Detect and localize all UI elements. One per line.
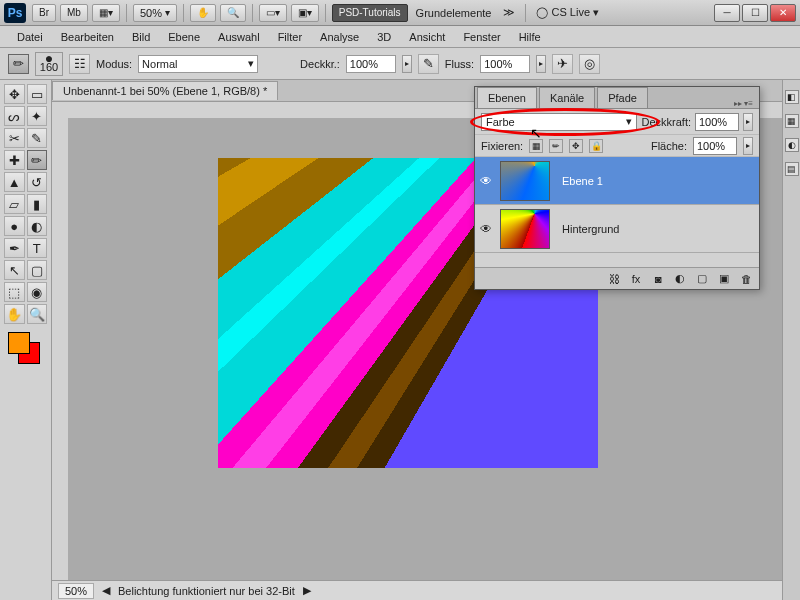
arrange-button[interactable]: ▭▾ xyxy=(259,4,287,22)
layout-button[interactable]: ▦▾ xyxy=(92,4,120,22)
layers-panel-footer: ⛓ fx ◙ ◐ ▢ ▣ 🗑 xyxy=(475,267,759,289)
layer-thumbnail[interactable] xyxy=(500,209,550,249)
lock-position-icon[interactable]: ✥ xyxy=(569,139,583,153)
blend-mode-dropdown[interactable]: Farbe▾ xyxy=(481,113,637,131)
delete-layer-icon[interactable]: 🗑 xyxy=(739,272,753,286)
visibility-icon[interactable]: 👁 xyxy=(478,173,494,189)
3d-camera-tool[interactable]: ◉ xyxy=(27,282,48,302)
workspace-label-2[interactable]: Grundelemente xyxy=(410,7,498,19)
new-layer-icon[interactable]: ▣ xyxy=(717,272,731,286)
pen-tool[interactable]: ✒ xyxy=(4,238,25,258)
layer-fill-input[interactable]: 100% xyxy=(693,137,737,155)
gradient-tool[interactable]: ▮ xyxy=(27,194,48,214)
menu-analyse[interactable]: Analyse xyxy=(311,28,368,46)
menu-fenster[interactable]: Fenster xyxy=(454,28,509,46)
pressure-size-icon[interactable]: ◎ xyxy=(579,54,600,74)
layer-row[interactable]: 👁 Hintergrund xyxy=(475,205,759,253)
hand-tool[interactable]: ✋ xyxy=(4,304,25,324)
adjustment-layer-icon[interactable]: ◐ xyxy=(673,272,687,286)
stamp-tool[interactable]: ▲ xyxy=(4,172,25,192)
bridge-button[interactable]: Br xyxy=(32,4,56,22)
layers-panel: Ebenen Kanäle Pfade ▸▸ ▾≡ Farbe▾ Deckkra… xyxy=(474,86,760,290)
history-brush-tool[interactable]: ↺ xyxy=(27,172,48,192)
layer-mask-icon[interactable]: ◙ xyxy=(651,272,665,286)
status-zoom[interactable]: 50% xyxy=(58,583,94,599)
minibridge-button[interactable]: Mb xyxy=(60,4,88,22)
menu-bild[interactable]: Bild xyxy=(123,28,159,46)
adjustments-panel-icon[interactable]: ◐ xyxy=(785,138,799,152)
cslive-button[interactable]: ◯ CS Live ▾ xyxy=(530,6,605,19)
layer-opacity-input[interactable]: 100% xyxy=(695,113,739,131)
brush-preset[interactable]: ●160 xyxy=(35,52,63,76)
app-logo: Ps xyxy=(4,3,26,23)
3d-tool[interactable]: ⬚ xyxy=(4,282,25,302)
layer-row[interactable]: 👁 Ebene 1 xyxy=(475,157,759,205)
opacity-input[interactable]: 100% xyxy=(346,55,396,73)
zoom-select[interactable]: 50% ▾ xyxy=(133,4,177,22)
workspace-button-1[interactable]: PSD-Tutorials xyxy=(332,4,408,22)
foreground-color[interactable] xyxy=(8,332,30,354)
lasso-tool[interactable]: ᔕ xyxy=(4,106,25,126)
menu-bearbeiten[interactable]: Bearbeiten xyxy=(52,28,123,46)
blend-mode-select[interactable]: Normal▾ xyxy=(138,55,258,73)
document-tab[interactable]: Unbenannt-1 bei 50% (Ebene 1, RGB/8) * xyxy=(52,81,278,100)
menu-filter[interactable]: Filter xyxy=(269,28,311,46)
link-layers-icon[interactable]: ⛓ xyxy=(607,272,621,286)
menu-3d[interactable]: 3D xyxy=(368,28,400,46)
heal-tool[interactable]: ✚ xyxy=(4,150,25,170)
swatches-panel-icon[interactable]: ▦ xyxy=(785,114,799,128)
zoom-button[interactable]: 🔍 xyxy=(220,4,246,22)
layer-name[interactable]: Ebene 1 xyxy=(556,175,756,187)
eraser-tool[interactable]: ▱ xyxy=(4,194,25,214)
menu-hilfe[interactable]: Hilfe xyxy=(510,28,550,46)
screen-mode-button[interactable]: ▣▾ xyxy=(291,4,319,22)
opacity-slider[interactable]: ▸ xyxy=(402,55,412,73)
tab-ebenen[interactable]: Ebenen xyxy=(477,87,537,108)
hand-button[interactable]: ✋ xyxy=(190,4,216,22)
lock-transparent-icon[interactable]: ▦ xyxy=(529,139,543,153)
visibility-icon[interactable]: 👁 xyxy=(478,221,494,237)
current-tool-icon[interactable]: ✏ xyxy=(8,54,29,74)
layer-thumbnail[interactable] xyxy=(500,161,550,201)
path-select-tool[interactable]: ↖ xyxy=(4,260,25,280)
lock-pixels-icon[interactable]: ✏ xyxy=(549,139,563,153)
ruler-vertical xyxy=(52,118,68,600)
type-tool[interactable]: T xyxy=(27,238,48,258)
styles-panel-icon[interactable]: ▤ xyxy=(785,162,799,176)
menu-ansicht[interactable]: Ansicht xyxy=(400,28,454,46)
window-close[interactable]: ✕ xyxy=(770,4,796,22)
wand-tool[interactable]: ✦ xyxy=(27,106,48,126)
menu-auswahl[interactable]: Auswahl xyxy=(209,28,269,46)
color-swatches[interactable] xyxy=(4,332,47,372)
marquee-tool[interactable]: ▭ xyxy=(27,84,48,104)
more-workspaces[interactable]: ≫ xyxy=(497,6,521,19)
flow-slider[interactable]: ▸ xyxy=(536,55,546,73)
menu-ebene[interactable]: Ebene xyxy=(159,28,209,46)
layer-fx-icon[interactable]: fx xyxy=(629,272,643,286)
panel-menu-icon[interactable]: ▸▸ ▾≡ xyxy=(728,99,759,108)
crop-tool[interactable]: ✂ xyxy=(4,128,25,148)
brush-tool[interactable]: ✏ xyxy=(27,150,48,170)
eyedropper-tool[interactable]: ✎ xyxy=(27,128,48,148)
window-maximize[interactable]: ☐ xyxy=(742,4,768,22)
shape-tool[interactable]: ▢ xyxy=(27,260,48,280)
blur-tool[interactable]: ● xyxy=(4,216,25,236)
brush-panel-toggle[interactable]: ☷ xyxy=(69,54,90,74)
lock-label: Fixieren: xyxy=(481,140,523,152)
window-minimize[interactable]: ─ xyxy=(714,4,740,22)
dodge-tool[interactable]: ◐ xyxy=(27,216,48,236)
airbrush-icon[interactable]: ✈ xyxy=(552,54,573,74)
menu-datei[interactable]: Datei xyxy=(8,28,52,46)
zoom-tool[interactable]: 🔍 xyxy=(27,304,48,324)
color-panel-icon[interactable]: ◧ xyxy=(785,90,799,104)
layer-name[interactable]: Hintergrund xyxy=(556,223,756,235)
flow-input[interactable]: 100% xyxy=(480,55,530,73)
pressure-opacity-icon[interactable]: ✎ xyxy=(418,54,439,74)
layer-group-icon[interactable]: ▢ xyxy=(695,272,709,286)
tab-kanaele[interactable]: Kanäle xyxy=(539,87,595,108)
layer-fill-slider[interactable]: ▸ xyxy=(743,137,753,155)
move-tool[interactable]: ✥ xyxy=(4,84,25,104)
lock-all-icon[interactable]: 🔒 xyxy=(589,139,603,153)
tab-pfade[interactable]: Pfade xyxy=(597,87,648,108)
layer-opacity-slider[interactable]: ▸ xyxy=(743,113,753,131)
